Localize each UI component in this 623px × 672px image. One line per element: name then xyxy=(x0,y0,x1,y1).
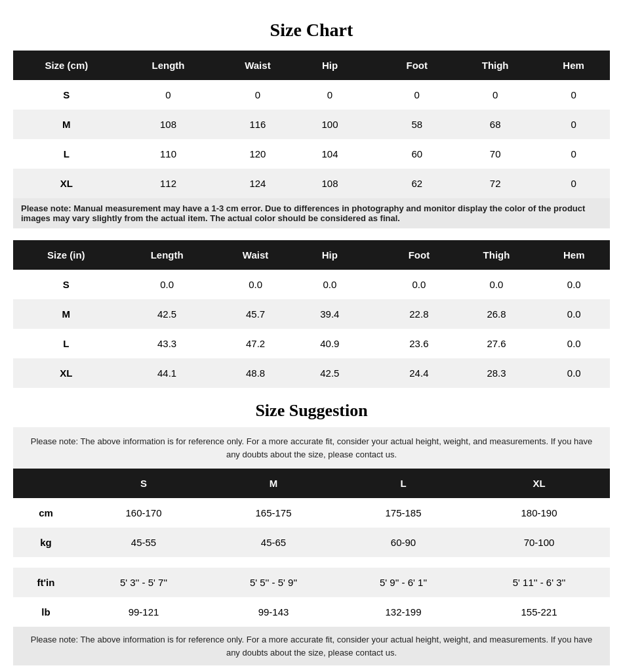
in-col-length: Length xyxy=(119,240,215,270)
sug-col-s: S xyxy=(79,469,209,498)
in-m-hip: 39.4 xyxy=(296,299,364,329)
sug-label-cm: cm xyxy=(13,498,79,528)
in-l-hip: 40.9 xyxy=(296,329,364,358)
table-row: L 43.3 47.2 40.9 23.6 27.6 0.0 xyxy=(13,329,610,358)
cm-s-hem: 0 xyxy=(537,80,610,110)
in-table-container: Size (in) Length Waist Hip Foot Thigh He… xyxy=(13,240,610,388)
suggestion-note-top: Please note: The above information is fo… xyxy=(13,427,610,469)
sug-col-empty xyxy=(13,469,79,498)
in-col-hip: Hip xyxy=(296,240,364,270)
sug-kg-s: 45-55 xyxy=(79,528,209,557)
sug-cm-l: 175-185 xyxy=(338,498,468,528)
cm-s-hip: 0 xyxy=(299,80,361,110)
cm-m-foot: 58 xyxy=(380,110,453,139)
cm-size-m: M xyxy=(13,110,120,139)
page-title: Size Chart xyxy=(13,20,610,41)
in-xl-waist: 48.8 xyxy=(215,358,296,388)
cm-size-s: S xyxy=(13,80,120,110)
in-size-m: M xyxy=(13,299,119,329)
cm-xl-foot: 62 xyxy=(380,169,453,198)
sug-ftin-xl: 5' 11'' - 6' 3'' xyxy=(468,568,610,597)
in-m-waist: 45.7 xyxy=(215,299,296,329)
in-m-thigh: 26.8 xyxy=(455,299,538,329)
in-xl-hip: 42.5 xyxy=(296,358,364,388)
cm-xl-length: 112 xyxy=(120,169,217,198)
cm-col-waist: Waist xyxy=(216,51,298,80)
sug-label-lb: lb xyxy=(13,597,79,627)
table-row: S 0 0 0 0 0 0 xyxy=(13,80,610,110)
cm-col-size: Size (cm) xyxy=(13,51,120,80)
cm-l-waist: 120 xyxy=(216,139,298,169)
in-xl-length: 44.1 xyxy=(119,358,215,388)
cm-table-container: Size (cm) Length Waist Hip Foot Thigh He… xyxy=(13,51,610,228)
in-s-waist: 0.0 xyxy=(215,270,296,299)
cm-s-thigh: 0 xyxy=(453,80,537,110)
in-size-s: S xyxy=(13,270,119,299)
cm-s-foot: 0 xyxy=(380,80,453,110)
cm-l-sep xyxy=(361,139,380,169)
in-s-hip: 0.0 xyxy=(296,270,364,299)
suggestion-note-bottom: Please note: The above information is fo… xyxy=(13,627,610,665)
cm-size-xl: XL xyxy=(13,169,120,198)
sug-cm-s: 160-170 xyxy=(79,498,209,528)
cm-l-length: 110 xyxy=(120,139,217,169)
in-col-sep xyxy=(363,240,383,270)
sug-kg-l: 60-90 xyxy=(338,528,468,557)
cm-xl-hip: 108 xyxy=(299,169,361,198)
sug-lb-s: 99-121 xyxy=(79,597,209,627)
in-s-length: 0.0 xyxy=(119,270,215,299)
sug-col-xl: XL xyxy=(468,469,610,498)
in-s-thigh: 0.0 xyxy=(455,270,538,299)
cm-table: Size (cm) Length Waist Hip Foot Thigh He… xyxy=(13,51,610,228)
in-l-foot: 23.6 xyxy=(383,329,454,358)
in-l-length: 43.3 xyxy=(119,329,215,358)
cm-col-hem: Hem xyxy=(537,51,610,80)
cm-xl-waist: 124 xyxy=(216,169,298,198)
in-s-foot: 0.0 xyxy=(383,270,454,299)
in-l-waist: 47.2 xyxy=(215,329,296,358)
in-s-hem: 0.0 xyxy=(538,270,610,299)
sug-cm-m: 165-175 xyxy=(209,498,338,528)
cm-l-foot: 60 xyxy=(380,139,453,169)
sug-col-m: M xyxy=(209,469,338,498)
table-row: XL 112 124 108 62 72 0 xyxy=(13,169,610,198)
in-l-hem: 0.0 xyxy=(538,329,610,358)
cm-note-text: Please note: Manual measurement may have… xyxy=(13,198,610,228)
in-xl-foot: 24.4 xyxy=(383,358,454,388)
sug-ftin-m: 5' 5'' - 5' 9'' xyxy=(209,568,338,597)
cm-m-length: 108 xyxy=(120,110,217,139)
table-row: S 0.0 0.0 0.0 0.0 0.0 0.0 xyxy=(13,270,610,299)
cm-l-thigh: 70 xyxy=(453,139,537,169)
in-col-hem: Hem xyxy=(538,240,610,270)
in-col-thigh: Thigh xyxy=(455,240,538,270)
cm-m-hem: 0 xyxy=(537,110,610,139)
sug-col-l: L xyxy=(338,469,468,498)
table-row: ft'in 5' 3'' - 5' 7'' 5' 5'' - 5' 9'' 5'… xyxy=(13,568,610,597)
in-s-sep xyxy=(363,270,383,299)
in-size-l: L xyxy=(13,329,119,358)
table-row: L 110 120 104 60 70 0 xyxy=(13,139,610,169)
in-col-waist: Waist xyxy=(215,240,296,270)
cm-m-thigh: 68 xyxy=(453,110,537,139)
cm-m-waist: 116 xyxy=(216,110,298,139)
suggestion-container: Please note: The above information is fo… xyxy=(13,427,610,665)
sug-ftin-l: 5' 9'' - 6' 1'' xyxy=(338,568,468,597)
in-table: Size (in) Length Waist Hip Foot Thigh He… xyxy=(13,240,610,388)
cm-xl-hem: 0 xyxy=(537,169,610,198)
cm-xl-sep xyxy=(361,169,380,198)
in-m-hem: 0.0 xyxy=(538,299,610,329)
in-xl-hem: 0.0 xyxy=(538,358,610,388)
cm-s-waist: 0 xyxy=(216,80,298,110)
sug-lb-xl: 155-221 xyxy=(468,597,610,627)
in-xl-sep xyxy=(363,358,383,388)
sug-lb-m: 99-143 xyxy=(209,597,338,627)
in-m-foot: 22.8 xyxy=(383,299,454,329)
cm-l-hem: 0 xyxy=(537,139,610,169)
suggestion-table: S M L XL cm 160-170 165-175 175-185 180-… xyxy=(13,469,610,627)
table-row: kg 45-55 45-65 60-90 70-100 xyxy=(13,528,610,557)
in-col-foot: Foot xyxy=(383,240,454,270)
spacer-cell xyxy=(13,557,610,568)
sug-label-kg: kg xyxy=(13,528,79,557)
cm-s-sep xyxy=(361,80,380,110)
cm-xl-thigh: 72 xyxy=(453,169,537,198)
